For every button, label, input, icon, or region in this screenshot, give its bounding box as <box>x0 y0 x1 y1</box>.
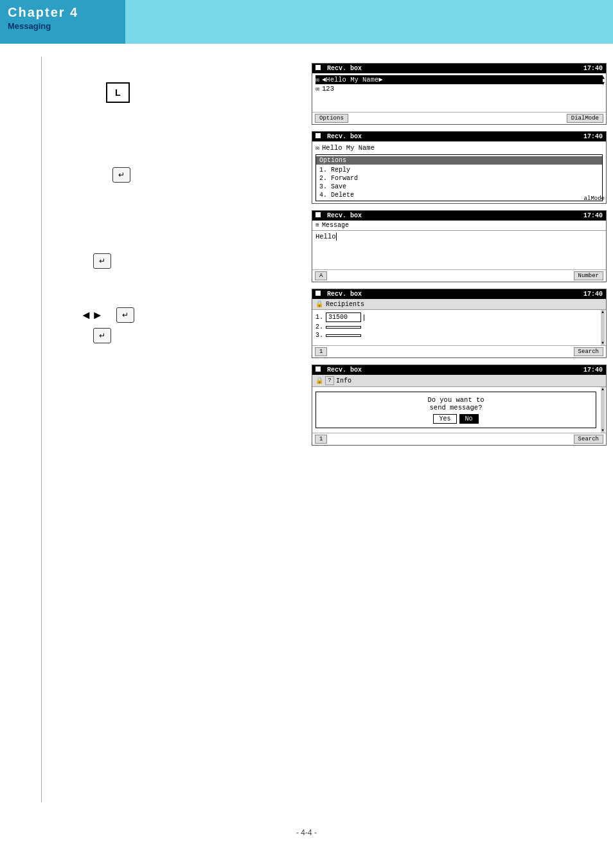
center-diagram: L ↵ ↵ ◄► ↵ <box>42 57 312 802</box>
screen1-dialmode-btn[interactable]: DialMode <box>567 114 603 123</box>
enter-icon-1: ↵ <box>118 170 125 179</box>
info-question-icon: ? <box>325 376 334 385</box>
screen1-footer: Options DialMode <box>312 112 606 124</box>
msg-icon-2: ✉ <box>315 85 319 93</box>
option-3[interactable]: 3. Save <box>316 183 602 191</box>
screen5-search-btn[interactable]: Search <box>574 435 603 444</box>
header-accent-bar <box>125 0 613 44</box>
screen3-subheader: ≡ Message <box>312 221 606 231</box>
screen3-sub-label: Message <box>322 222 349 229</box>
screen4-title: Recv. box 17:40 <box>312 289 606 299</box>
recipient-row-3: 3. <box>315 331 603 339</box>
option-1[interactable]: 1. Reply <box>316 166 602 174</box>
msg-text-2: 123 <box>322 85 334 93</box>
recip-input-2[interactable] <box>326 326 361 329</box>
chapter-subtitle: Messaging <box>8 21 118 31</box>
enter-key-4-container: ↵ <box>93 328 299 343</box>
scroll-down-4: ▼ <box>601 341 604 345</box>
recipients-icon: 🔒 <box>315 300 323 308</box>
recipient-row-2: 2. <box>315 323 603 331</box>
screen4-left-btn[interactable]: 1 <box>315 347 327 356</box>
option-4[interactable]: 4. Delete <box>316 191 602 199</box>
screen5-footer: 1 Search <box>312 433 606 445</box>
recv-icon-4 <box>315 291 321 296</box>
recipient-row-1: 1. 31500 <box>315 312 603 323</box>
scroll-arrows-1: ▲ ▼ <box>601 75 605 86</box>
screen3-recv-label: Recv. box <box>315 212 362 219</box>
recip-input-3[interactable] <box>326 334 361 337</box>
screen4-search-btn[interactable]: Search <box>574 347 603 356</box>
recip-input-1[interactable]: 31500 <box>326 312 361 322</box>
screen4-body: 1. 31500 2. 3. ▲ ▼ <box>312 310 606 345</box>
l-box-container: L <box>106 82 299 103</box>
arrow-enter-row: ◄► ↵ <box>80 307 299 323</box>
screen2-dialmode-label: alMode <box>584 195 605 202</box>
scroll-down-5: ▼ <box>601 428 604 433</box>
cursor-3 <box>336 233 337 240</box>
screen5-recv-label: Recv. box <box>315 366 362 374</box>
screen5-time: 17:40 <box>583 366 603 374</box>
enter-key-1-container: ↵ <box>112 167 299 183</box>
l-label: L <box>115 87 121 98</box>
screen4-footer: 1 Search <box>312 345 606 357</box>
page-number: - 4-4 - <box>0 815 613 844</box>
screen-5: Recv. box 17:40 🔒 ? Info ▲ ▼ Do you want… <box>312 365 607 446</box>
left-right-arrows: ◄► <box>80 309 103 322</box>
message-doc-icon: ≡ <box>315 222 319 229</box>
info-lock-icon: 🔒 <box>315 377 323 384</box>
screen1-time: 17:40 <box>583 65 603 72</box>
page-header: Chapter 4 Messaging <box>0 0 613 44</box>
screen3-footer: A Number <box>312 269 606 282</box>
screen-4: Recv. box 17:40 🔒 Recipients 1. 31500 2. <box>312 289 607 358</box>
screen4-recv-label: Recv. box <box>315 291 362 298</box>
recv-icon-2 <box>315 133 321 138</box>
screen2-message-row: ✉ Hello My Name <box>315 143 603 152</box>
options-overlay-box: Options 1. Reply 2. Forward 3. Save 4. D… <box>315 154 603 201</box>
scroll-up-5: ▲ <box>601 387 604 392</box>
l-diagram-box: L <box>106 82 130 103</box>
enter-key-4: ↵ <box>93 328 111 343</box>
enter-key-2-container: ↵ <box>93 253 299 269</box>
recv-icon-5 <box>315 366 321 372</box>
screen-1: Recv. box 17:40 ✉ ◄Hello My Name► ✉ 123 … <box>312 63 607 125</box>
dialog-no-btn[interactable]: No <box>459 414 479 424</box>
recip-num-1: 1. <box>315 314 323 321</box>
screen2-recv-label: Recv. box <box>315 133 362 140</box>
recv-icon-3 <box>315 212 321 217</box>
recv-icon-1 <box>315 65 321 70</box>
screen4-subheader: 🔒 Recipients <box>312 299 606 310</box>
screen1-recv-label: Recv. box <box>315 65 362 72</box>
options-title: Options <box>316 156 602 165</box>
screen2-title: Recv. box 17:40 <box>312 132 606 141</box>
screen1-title: Recv. box 17:40 <box>312 64 606 73</box>
scroll-up-4: ▲ <box>601 310 604 314</box>
enter-icon-4: ↵ <box>99 331 105 340</box>
screen5-left-btn[interactable]: 1 <box>315 435 327 444</box>
screen1-options-btn[interactable]: Options <box>315 114 348 123</box>
msg-icon-1: ✉ <box>315 76 319 84</box>
msg-icon-s2: ✉ <box>315 144 319 152</box>
cursor-4 <box>364 314 364 321</box>
scroll-down-1: ▼ <box>601 80 605 86</box>
screen1-body: ✉ ◄Hello My Name► ✉ 123 ▲ ▼ <box>312 73 606 112</box>
option-2[interactable]: 2. Forward <box>316 174 602 183</box>
screen5-title: Recv. box 17:40 <box>312 365 606 375</box>
screen5-subheader: 🔒 ? Info <box>312 375 606 387</box>
chapter-sidebar: Chapter 4 Messaging <box>0 0 125 44</box>
dialog-box: Do you want tosend message? Yes No <box>315 392 596 428</box>
screen3-number-btn[interactable]: Number <box>574 271 603 280</box>
scrollbar-5: ▲ ▼ <box>601 387 605 433</box>
screen3-body-text: Hello <box>315 233 336 240</box>
screen2-body: ✉ Hello My Name Options 1. Reply 2. Forw… <box>312 141 606 203</box>
msg-text-1: ◄Hello My Name► <box>322 76 383 84</box>
enter-key-1: ↵ <box>112 167 130 183</box>
screen3-a-btn[interactable]: A <box>315 271 327 280</box>
scroll-up-1: ▲ <box>601 75 605 80</box>
enter-key-3: ↵ <box>116 307 134 323</box>
screen1-msg-1: ✉ ◄Hello My Name► <box>315 75 603 84</box>
screen-3: Recv. box 17:40 ≡ Message Hello A Number <box>312 210 607 282</box>
phone-screens-area: Recv. box 17:40 ✉ ◄Hello My Name► ✉ 123 … <box>312 57 613 802</box>
dialog-yes-btn[interactable]: Yes <box>433 414 456 424</box>
main-content: L ↵ ↵ ◄► ↵ <box>0 44 613 815</box>
recip-num-3: 3. <box>315 332 323 339</box>
